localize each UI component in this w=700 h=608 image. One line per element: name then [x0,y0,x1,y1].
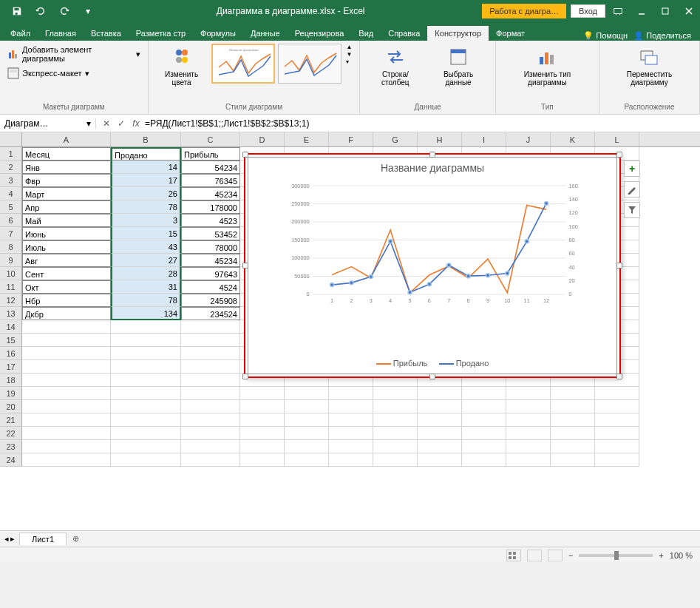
share-button[interactable]: 👤 Поделиться [633,31,691,41]
tab-formulas[interactable]: Формулы [193,26,243,41]
svg-rect-70 [509,556,512,559]
redo-icon[interactable] [53,0,75,22]
styles-more[interactable]: ▾ [346,58,352,65]
tab-file[interactable]: Файл [3,26,38,41]
svg-text:80: 80 [569,237,575,243]
chart-plot-area[interactable]: 0500001000001500002000002500003000000204… [285,183,587,309]
change-type-button[interactable]: Изменить тип диаграммы [502,44,593,88]
col-header[interactable]: B [111,132,181,146]
svg-point-59 [389,240,393,243]
svg-point-64 [486,274,490,277]
page-layout-view-icon[interactable] [527,550,542,561]
add-chart-element-button[interactable]: Добавить элемент диаграммы ▾ [6,44,142,64]
col-header[interactable]: I [462,132,506,146]
switch-rowcol-button[interactable]: Строка/столбец [366,44,424,88]
chart-filters-button[interactable] [624,202,640,218]
login-button[interactable]: Вход [571,4,605,18]
svg-rect-18 [550,55,554,64]
svg-point-67 [545,202,548,206]
tab-format[interactable]: Формат [489,26,532,41]
name-box[interactable]: Диаграм… ▾ [0,118,96,129]
col-header[interactable]: E [285,132,329,146]
chart-title[interactable]: Название диаграммы [248,158,616,178]
svg-text:9: 9 [486,297,489,304]
svg-text:200000: 200000 [291,218,309,225]
formula-input[interactable]: =РЯД(Лист1!$B$1;;Лист1!$B$2:$B$13;1) [145,118,696,129]
chart-styles-button[interactable] [624,181,640,197]
svg-point-61 [427,283,431,286]
zoom-level[interactable]: 100 % [670,551,693,560]
select-data-icon [446,45,470,69]
tab-help[interactable]: Справка [381,26,427,41]
zoom-in-button[interactable]: + [659,551,663,560]
select-all-corner[interactable] [0,132,22,146]
chart-tools-context: Работа с диагра… [482,4,566,18]
add-sheet-button[interactable]: ⊕ [67,534,85,544]
group-label-location: Расположение [605,101,693,111]
styles-scroll-up[interactable]: ▲ [346,44,352,50]
group-label-type: Тип [502,101,593,111]
svg-text:6: 6 [428,297,431,304]
col-header[interactable]: J [506,132,551,146]
quick-layout-button[interactable]: Экспресс-макет ▾ [6,66,91,81]
fx-icon[interactable]: fx [130,118,142,129]
normal-view-icon[interactable] [506,550,521,561]
zoom-out-button[interactable]: − [568,551,573,560]
tab-insert[interactable]: Вставка [84,26,129,41]
page-break-view-icon[interactable] [548,550,563,561]
sheet-prev-icon[interactable]: ◂ [4,534,9,544]
svg-point-9 [182,50,188,55]
svg-text:1: 1 [330,297,333,304]
zoom-slider[interactable] [579,554,653,557]
customize-qat-icon[interactable]: ▾ [77,0,99,22]
minimize-icon[interactable] [631,0,653,22]
svg-text:60: 60 [569,250,575,257]
chart-style-1[interactable]: Название диаграммы [211,44,275,84]
cancel-formula-icon[interactable]: ✕ [101,118,112,129]
sheet-next-icon[interactable]: ▸ [10,534,15,544]
chart-style-2[interactable] [278,44,341,84]
col-header[interactable]: F [329,132,373,146]
ribbon-options-icon[interactable] [607,0,629,22]
move-chart-icon [637,45,661,69]
col-header[interactable]: K [551,132,595,146]
close-icon[interactable] [678,0,700,22]
svg-text:100000: 100000 [291,254,309,261]
chart-object[interactable]: + Название диаграммы 0500001000001500002… [244,153,621,378]
svg-point-8 [176,50,182,55]
undo-icon[interactable] [30,0,52,22]
group-label-data: Данные [366,101,489,111]
svg-point-11 [182,57,188,63]
col-header[interactable]: C [181,132,240,146]
move-chart-button[interactable]: Переместить диаграмму [605,44,693,88]
tab-view[interactable]: Вид [351,26,381,41]
svg-rect-71 [513,556,516,559]
change-colors-button[interactable]: Изменить цвета [154,44,209,88]
worksheet-grid[interactable]: A B C D E F G H I J K L 1 Месяц Продано … [0,132,700,530]
tab-pagelayout[interactable]: Разметка стр [129,26,193,41]
tellme-icon[interactable]: 💡 Помощн [583,31,628,41]
tab-home[interactable]: Главная [38,26,84,41]
svg-rect-16 [540,57,543,64]
svg-text:250000: 250000 [291,200,309,207]
chevron-down-icon[interactable]: ▾ [86,118,91,129]
sheet-tab[interactable]: Лист1 [19,533,67,545]
maximize-icon[interactable] [654,0,676,22]
col-header[interactable]: D [240,132,285,146]
group-label-styles: Стили диаграмм [154,101,354,111]
enter-formula-icon[interactable]: ✓ [115,118,127,129]
col-header[interactable]: H [418,132,462,146]
col-header[interactable]: A [22,132,111,146]
chart-legend[interactable]: Прибыль Продано [248,359,616,368]
tab-review[interactable]: Рецензирова [288,26,352,41]
tab-design[interactable]: Конструктор [427,26,489,41]
col-header[interactable]: G [373,132,418,146]
save-icon[interactable] [6,0,28,22]
select-data-button[interactable]: Выбрать данные [427,44,489,88]
switch-icon [384,45,407,69]
col-header[interactable]: L [595,132,639,146]
tab-data[interactable]: Данные [243,26,288,41]
status-bar: − + 100 % [0,547,700,563]
chart-elements-button[interactable]: + [624,161,640,177]
styles-scroll-down[interactable]: ▼ [346,51,352,58]
